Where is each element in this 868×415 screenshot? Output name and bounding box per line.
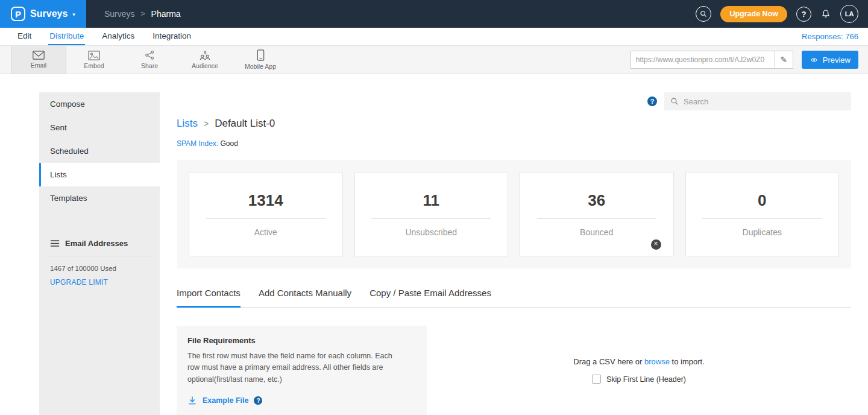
mobile-app-icon: [257, 49, 265, 61]
lists-link[interactable]: Lists: [177, 118, 198, 130]
email-addresses-label: Email Addresses: [65, 239, 128, 248]
list-icon: [50, 239, 60, 247]
sidebar-item-templates[interactable]: Templates: [39, 186, 160, 210]
email-addresses-section: Email Addresses 1467 of 100000 Used UPGR…: [39, 239, 160, 287]
example-file-link[interactable]: Example File ?: [187, 396, 416, 405]
toolbar-item-share[interactable]: Share: [122, 46, 177, 74]
skip-first-line-label: Skip First Line (Header): [606, 375, 686, 384]
magnifier-icon: [670, 97, 679, 106]
toolbar-item-label: Share: [141, 62, 158, 69]
responses-count[interactable]: Responses: 766: [802, 28, 868, 45]
tab-edit[interactable]: Edit: [16, 28, 33, 45]
toolbar-item-label: Embed: [84, 62, 104, 69]
browse-link[interactable]: browse: [644, 357, 670, 366]
search-icon[interactable]: [696, 6, 711, 22]
stat-value: 36: [588, 191, 605, 210]
tab-integration[interactable]: Integration: [151, 28, 192, 45]
list-stats-panel: 1314 Active 11 Unsubscribed 36 Bounced ×…: [177, 160, 851, 268]
divider: [702, 218, 822, 219]
usage-text: 1467 of 100000 Used: [50, 265, 160, 272]
edit-url-pencil-icon[interactable]: ✎: [775, 51, 793, 68]
example-file-label: Example File: [203, 396, 248, 405]
help-icon[interactable]: ?: [796, 7, 811, 22]
stat-label: Unsubscribed: [405, 227, 457, 237]
survey-url-input[interactable]: [631, 51, 775, 68]
main-top-row: ?: [177, 92, 851, 110]
contacts-search-box[interactable]: [664, 92, 851, 110]
sidebar-item-sent[interactable]: Sent: [39, 116, 160, 139]
email-icon: [33, 51, 45, 60]
questionpro-logo-icon: P: [11, 7, 25, 21]
sidebar-item-compose[interactable]: Compose: [39, 92, 160, 116]
file-requirements-box: File Requirements The first row must hav…: [177, 326, 427, 415]
tab-distribute[interactable]: Distribute: [48, 28, 85, 45]
stat-card-unsubscribed[interactable]: 11 Unsubscribed: [354, 172, 509, 256]
share-icon: [145, 50, 155, 60]
sidebar-item-lists[interactable]: Lists: [39, 163, 160, 186]
tab-analytics[interactable]: Analytics: [101, 28, 136, 45]
download-icon: [187, 396, 197, 405]
content-area: Compose Sent Scheduled Lists Templates E…: [0, 74, 868, 415]
tab-import-contacts[interactable]: Import Contacts: [177, 288, 241, 308]
file-requirements-title: File Requirements: [187, 336, 416, 345]
email-addresses-header: Email Addresses: [50, 239, 160, 248]
notifications-bell-icon[interactable]: [820, 8, 831, 19]
divider: [371, 218, 491, 219]
sidebar-item-scheduled[interactable]: Scheduled: [39, 139, 160, 163]
toolbar-right: ✎ Preview: [631, 46, 868, 74]
user-avatar[interactable]: LA: [840, 5, 858, 23]
divider: [50, 256, 151, 256]
upgrade-now-button[interactable]: Upgrade Now: [720, 6, 787, 22]
stat-card-bounced[interactable]: 36 Bounced ×: [520, 172, 674, 256]
svg-text:$: $: [204, 50, 207, 55]
help-icon[interactable]: ?: [647, 97, 657, 106]
magnifier-glyph: [700, 10, 707, 17]
stat-label: Bounced: [580, 227, 613, 237]
preview-button[interactable]: Preview: [802, 51, 858, 69]
divider: [537, 218, 656, 219]
chevron-down-icon: ▾: [72, 11, 75, 17]
tab-add-contacts-manually[interactable]: Add Contacts Manually: [259, 288, 351, 308]
email-sidebar: Compose Sent Scheduled Lists Templates E…: [39, 92, 160, 415]
spam-index-row: SPAM Index: Good: [177, 139, 851, 148]
skip-first-line-checkbox[interactable]: [592, 375, 601, 384]
toolbar-item-email[interactable]: Email: [11, 46, 66, 74]
contacts-tabs: Import Contacts Add Contacts Manually Co…: [177, 288, 851, 308]
stat-label: Duplicates: [743, 227, 782, 237]
spam-index-label[interactable]: SPAM Index:: [177, 139, 218, 148]
topbar-actions: Upgrade Now ? LA: [696, 5, 868, 23]
survey-nav: Edit Distribute Analytics Integration Re…: [0, 28, 868, 46]
toolbar-item-embed[interactable]: Embed: [66, 46, 122, 74]
audience-icon: $: [198, 50, 212, 60]
product-name: Surveys: [30, 8, 68, 19]
stat-value: 11: [423, 191, 440, 210]
upgrade-limit-link[interactable]: UPGRADE LIMIT: [50, 278, 160, 287]
product-switcher[interactable]: P Surveys ▾: [0, 0, 86, 28]
toolbar-item-mobile-app[interactable]: Mobile App: [233, 46, 288, 74]
lists-main-panel: ? Lists > Default List-0 SPAM Index: Goo…: [160, 74, 868, 415]
preview-label: Preview: [823, 55, 851, 65]
spam-index-value: Good: [220, 139, 237, 148]
toolbar-item-label: Mobile App: [245, 63, 276, 70]
tab-copy-paste-emails[interactable]: Copy / Paste Email Addresses: [370, 288, 491, 308]
search-input[interactable]: [684, 97, 845, 106]
stat-card-duplicates[interactable]: 0 Duplicates: [685, 172, 840, 256]
toolbar-item-audience[interactable]: $ Audience: [177, 46, 233, 74]
distribute-toolbar: Email Embed Share $ Audience: [0, 46, 868, 74]
stat-value: 0: [758, 191, 766, 210]
stat-card-active[interactable]: 1314 Active: [189, 172, 343, 256]
survey-url-group: ✎: [631, 51, 793, 69]
clear-bounced-icon[interactable]: ×: [651, 239, 661, 250]
eye-icon: [810, 57, 819, 63]
stat-label: Active: [254, 227, 277, 237]
topbar-breadcrumb: Surveys > Pharma: [104, 9, 181, 19]
import-contacts-section: File Requirements The first row must hav…: [177, 326, 851, 415]
file-requirements-body: The first row must have the field name f…: [187, 350, 406, 385]
topbar: P Surveys ▾ Surveys > Pharma Upgrade Now…: [0, 0, 868, 28]
drag-csv-text: Drag a CSV here or browse to import.: [573, 357, 705, 366]
example-file-help-icon[interactable]: ?: [254, 396, 262, 405]
csv-dropzone[interactable]: Drag a CSV here or browse to import. Ski…: [427, 326, 851, 415]
breadcrumb-surveys-link[interactable]: Surveys: [104, 9, 135, 19]
lists-breadcrumb: Lists > Default List-0: [177, 118, 851, 130]
drag-text-before: Drag a CSV here or: [573, 357, 644, 366]
